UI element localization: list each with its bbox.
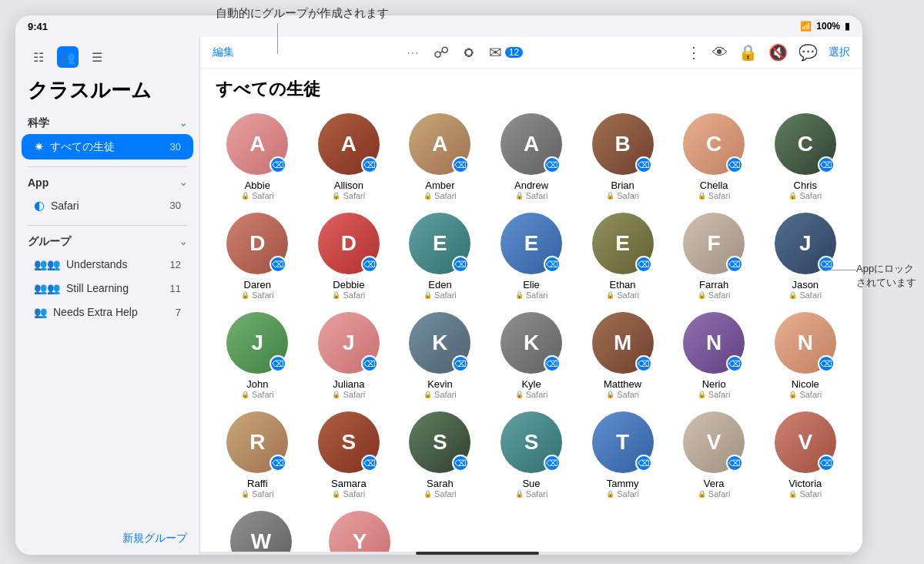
student-name: Sue <box>522 478 540 489</box>
lock-icon[interactable]: 🔒 <box>738 43 758 62</box>
student-app: 🔒 Safari <box>424 290 457 300</box>
safari-badge: ⌫ <box>544 455 561 472</box>
lock-small-icon: 🔒 <box>698 291 706 299</box>
student-card[interactable]: K ⌫ Kevin 🔒 Safari <box>398 312 482 399</box>
student-card[interactable]: N ⌫ Nerio 🔒 Safari <box>672 312 756 399</box>
app-name: Safari <box>708 489 731 499</box>
panel-header-center: ⋯ ☍ ⭘ ✉ 12 <box>253 43 677 62</box>
student-card[interactable]: M ⌫ Matthew 🔒 Safari <box>581 312 665 399</box>
student-card[interactable]: F ⌫ Farrah 🔒 Safari <box>672 213 756 300</box>
avatar-wrap: D ⌫ <box>226 213 288 274</box>
sidebar-icon-group: ☷ 👥 ☰ <box>28 46 108 68</box>
app-section-label: App <box>28 176 49 189</box>
student-name: Samara <box>331 478 367 489</box>
select-button[interactable]: 選択 <box>829 45 850 59</box>
sidebar-section-group[interactable]: グループ ⌄ <box>15 232 199 252</box>
all-students-icon: ✷ <box>34 139 44 154</box>
avatar: Y <box>329 511 390 552</box>
student-card[interactable]: C ⌫ Chris 🔒 Safari <box>763 113 847 200</box>
edit-button[interactable]: 編集 <box>213 45 243 59</box>
apps-icon[interactable]: ⋮ <box>686 43 701 62</box>
lock-small-icon: 🔒 <box>424 391 432 398</box>
safari-badge: ⌫ <box>818 156 835 173</box>
lock-small-icon: 🔒 <box>606 391 614 398</box>
student-app: 🔒 Safari <box>606 489 639 499</box>
student-card[interactable]: K ⌫ Kyle 🔒 Safari <box>490 312 574 399</box>
sidebar-safari[interactable]: ◐ Safari 30 <box>22 193 193 218</box>
lock-small-icon: 🔒 <box>241 490 249 498</box>
all-students-label: すべての生徒 <box>50 140 115 154</box>
student-card[interactable]: S ⌫ Sue 🔒 Safari <box>490 411 574 499</box>
student-card[interactable]: W ⌫ Wanda 🔒 Safari <box>216 511 306 552</box>
lock-small-icon: 🔒 <box>698 490 706 498</box>
avatar-wrap: D ⌫ <box>318 213 380 274</box>
student-app: 🔒 Safari <box>424 390 457 399</box>
student-card[interactable]: T ⌫ Tammy 🔒 Safari <box>581 411 665 499</box>
student-card[interactable]: N ⌫ Nicole 🔒 Safari <box>763 312 847 399</box>
student-card[interactable]: D ⌫ Daren 🔒 Safari <box>216 213 300 300</box>
student-app: 🔒 Safari <box>241 390 274 399</box>
hide-icon[interactable]: 👁 <box>712 44 728 62</box>
safari-badge: ⌫ <box>726 455 743 472</box>
sidebar-group-1[interactable]: 👥👥 Still Learning 11 <box>22 277 193 300</box>
group-icon-0: 👥👥 <box>34 258 60 270</box>
avatar-wrap: M ⌫ <box>592 312 654 374</box>
sidebar-people-icon[interactable]: 👥 <box>57 46 79 68</box>
student-card[interactable]: V ⌫ Victoria 🔒 Safari <box>763 411 847 499</box>
student-card[interactable]: C ⌫ Chella 🔒 Safari <box>672 113 756 200</box>
safari-badge: ⌫ <box>361 156 378 173</box>
sidebar-grid-icon[interactable]: ☷ <box>28 46 49 68</box>
student-name: Brian <box>611 180 634 191</box>
message-icon[interactable]: 💬 <box>798 43 818 62</box>
student-card[interactable]: E ⌫ Ethan 🔒 Safari <box>581 213 665 300</box>
student-card[interactable]: V ⌫ Vera 🔒 Safari <box>672 411 756 499</box>
student-card[interactable]: J ⌫ Jason 🔒 Safari <box>763 213 847 300</box>
student-app: 🔒 Safari <box>788 489 822 499</box>
student-card[interactable]: B ⌫ Brian 🔒 Safari <box>581 113 665 200</box>
student-name: Juliana <box>333 378 364 390</box>
new-group-button[interactable]: 新規グループ <box>28 532 187 546</box>
sidebar-all-students[interactable]: ✷ すべての生徒 30 <box>22 134 193 159</box>
sidebar-section-app[interactable]: App ⌄ <box>15 173 199 192</box>
panel-actions: ⋮ 👁 🔒 🔇 💬 選択 <box>686 43 850 62</box>
layers-tool[interactable]: ☍ <box>434 43 449 62</box>
sidebar-group-2[interactable]: 👥 Needs Extra Help 7 <box>22 300 193 324</box>
student-card[interactable]: S ⌫ Sarah 🔒 Safari <box>398 411 482 499</box>
lock-small-icon: 🔒 <box>424 291 432 299</box>
sidebar-section-science[interactable]: 科学 ⌄ <box>15 113 199 133</box>
student-card[interactable]: R ⌫ Raffi 🔒 Safari <box>216 411 300 499</box>
safari-badge: ⌫ <box>635 156 652 173</box>
mute-icon[interactable]: 🔇 <box>768 43 788 62</box>
student-card[interactable]: A ⌫ Allison 🔒 Safari <box>307 113 391 200</box>
app-name: Safari <box>708 390 731 399</box>
mail-tool[interactable]: ✉ 12 <box>489 43 523 62</box>
sidebar-list-icon[interactable]: ☰ <box>86 46 108 68</box>
student-card[interactable]: J ⌫ John 🔒 Safari <box>216 312 300 399</box>
student-app: 🔒 Safari <box>424 489 457 499</box>
student-card[interactable]: E ⌫ Eden 🔒 Safari <box>398 213 482 300</box>
sidebar-group-0[interactable]: 👥👥 Understands 12 <box>22 253 193 276</box>
app-name: Safari <box>708 290 731 300</box>
student-card[interactable]: S ⌫ Samara 🔒 Safari <box>307 411 391 499</box>
safari-badge: ⌫ <box>544 256 561 273</box>
avatar-wrap: A ⌫ <box>318 113 380 175</box>
student-name: Debbie <box>333 279 364 290</box>
student-card[interactable]: A ⌫ Andrew 🔒 Safari <box>490 113 574 200</box>
student-card[interactable]: A ⌫ Abbie 🔒 Safari <box>216 113 300 200</box>
more-options-icon[interactable]: ⋯ <box>407 45 421 60</box>
battery-text: 100% <box>816 21 840 32</box>
lock-small-icon: 🔒 <box>788 391 797 398</box>
student-card[interactable]: D ⌫ Debbie 🔒 Safari <box>307 213 391 300</box>
student-app: 🔒 Safari <box>424 191 457 200</box>
student-card[interactable]: Y ⌫ Yasmin 🔒 Safari <box>314 511 405 552</box>
student-card[interactable]: A ⌫ Amber 🔒 Safari <box>398 113 482 200</box>
student-name: Kevin <box>427 378 453 390</box>
lock-small-icon: 🔒 <box>515 192 524 200</box>
student-card[interactable]: J ⌫ Juliana 🔒 Safari <box>307 312 391 399</box>
avatar-wrap: S ⌫ <box>500 411 562 473</box>
divider-2 <box>28 225 187 226</box>
right-panel: 編集 ⋯ ☍ ⭘ ✉ 12 ⋮ 👁 🔒 🔇 💬 <box>200 37 862 555</box>
location-tool[interactable]: ⭘ <box>461 44 477 62</box>
student-card[interactable]: E ⌫ Elie 🔒 Safari <box>490 213 574 300</box>
student-name: Tammy <box>607 478 639 489</box>
